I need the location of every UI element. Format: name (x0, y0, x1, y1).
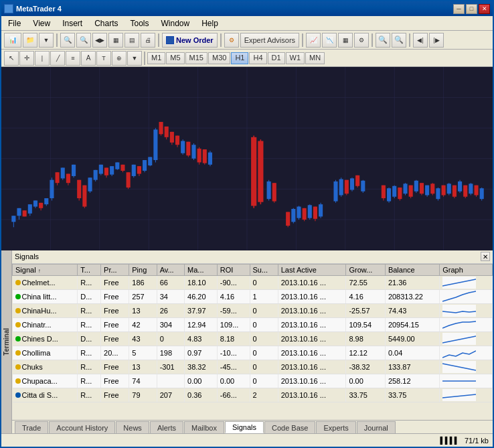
tab-signals[interactable]: Signals (225, 421, 264, 433)
save-button[interactable]: ▼ (39, 33, 54, 48)
mini-chart (442, 347, 476, 359)
table-row[interactable]: Chinatr... R... Free 42 304 12.94 109...… (13, 317, 493, 331)
menu-help[interactable]: Help (196, 17, 224, 29)
label-button[interactable]: T (96, 51, 111, 66)
table-row[interactable]: Chollima R... 20... 5 198 0.97 -10... 0 … (13, 346, 493, 360)
table-row[interactable]: Chuks R... Free 13 -301 38.32 -45... 0 2… (13, 360, 493, 374)
tab-mailbox[interactable]: Mailbox (184, 421, 224, 433)
cell-balance: 33.75 (385, 388, 439, 402)
menu-charts[interactable]: Charts (89, 17, 123, 29)
menu-tools[interactable]: Tools (125, 17, 155, 29)
col-balance[interactable]: Balance (385, 264, 439, 275)
col-ping[interactable]: Ping (129, 264, 157, 275)
menu-file[interactable]: File (3, 17, 26, 29)
new-chart-button[interactable]: 📊 (4, 33, 21, 48)
tab-journal[interactable]: Journal (357, 421, 396, 433)
properties-button[interactable]: ⚙ (354, 33, 369, 48)
vertical-line-button[interactable]: | (35, 51, 50, 66)
table-row[interactable]: Chupaca... R... Free 74 0.00 0.00 0 2013… (13, 374, 493, 388)
signal-dot (15, 350, 21, 356)
col-graph[interactable]: Graph (440, 264, 493, 275)
table-row[interactable]: ChinaHu... R... Free 13 26 37.97 -59... … (13, 303, 493, 317)
col-av[interactable]: Av... (157, 264, 184, 275)
tab-experts[interactable]: Experts (316, 421, 355, 433)
cell-signal: Chelmet... (13, 275, 78, 289)
line-tool-button[interactable]: ╱ (50, 51, 65, 66)
table-row[interactable]: China litt... D... Free 257 34 46.20 4.1… (13, 289, 493, 303)
cell-signal: Chines D... (13, 331, 78, 346)
signal-dot (15, 336, 21, 342)
cell-su: 0 (250, 331, 278, 346)
tf-h1[interactable]: H1 (231, 52, 248, 64)
cell-grow: 12.12 (346, 346, 385, 360)
template-button[interactable]: ▤ (125, 33, 139, 48)
svg-rect-26 (39, 203, 43, 208)
table-row[interactable]: Citta di S... R... Free 79 207 0.36 -66.… (13, 388, 493, 402)
magnify-button2[interactable]: 🔍 (392, 33, 406, 48)
tf-w1[interactable]: W1 (286, 52, 305, 64)
expert-advisors-button[interactable]: Expert Advisors (240, 33, 299, 48)
col-ma[interactable]: Ma... (185, 264, 218, 275)
zoom-in-button[interactable]: 🔍 (76, 33, 91, 48)
chart-area[interactable] (1, 67, 493, 250)
svg-rect-140 (425, 185, 429, 196)
minimize-button[interactable]: ─ (453, 4, 465, 14)
line-button[interactable]: 📉 (322, 33, 337, 48)
print-button[interactable]: 🖨 (141, 33, 155, 48)
signals-close-button[interactable]: ✕ (481, 252, 490, 261)
arrow-button[interactable]: ⊕ (112, 51, 127, 66)
tab-account-history[interactable]: Account History (49, 421, 115, 433)
menu-view[interactable]: View (27, 17, 56, 29)
tf-mn[interactable]: MN (305, 52, 325, 64)
col-type[interactable]: T... (78, 264, 101, 275)
signal-dot (15, 308, 21, 313)
scroll-left-button[interactable]: ◀| (413, 33, 428, 48)
cursor-button[interactable]: ↖ (4, 51, 19, 66)
fib-button[interactable]: ▼ (127, 51, 142, 66)
col-signal[interactable]: Signal ↑ (13, 264, 78, 275)
tab-trade[interactable]: Trade (15, 421, 48, 433)
col-last-active[interactable]: Last Active (278, 264, 346, 275)
indicator-button[interactable]: 📈 (306, 33, 321, 48)
candlestick-chart (1, 67, 493, 250)
crosshair-button[interactable]: ✛ (19, 51, 34, 66)
maximize-button[interactable]: □ (466, 4, 477, 14)
tf-m1[interactable]: M1 (147, 52, 165, 64)
zoom-out-button[interactable]: 🔍 (60, 33, 75, 48)
close-button[interactable]: ✕ (479, 4, 490, 14)
menu-window[interactable]: Window (156, 17, 195, 29)
tab-news[interactable]: News (116, 421, 149, 433)
scroll-right-button[interactable]: |▶ (429, 33, 444, 48)
tf-d1[interactable]: D1 (268, 52, 285, 64)
text-button[interactable]: A (81, 51, 96, 66)
svg-rect-96 (272, 183, 276, 201)
cell-roi: -45... (217, 360, 250, 374)
table-row[interactable]: Chines D... D... Free 43 0 4.83 8.18 0 2… (13, 331, 493, 346)
open-button[interactable]: 📁 (23, 33, 37, 48)
sep6 (409, 33, 410, 47)
col-roi[interactable]: ROI (217, 264, 250, 275)
chart-scroll-button[interactable]: ◀▶ (92, 33, 107, 48)
tf-m15[interactable]: M15 (185, 52, 208, 64)
table-row[interactable]: Chelmet... R... Free 186 66 18.10 -90...… (13, 275, 493, 289)
mini-chart (442, 389, 476, 401)
svg-rect-154 (463, 185, 467, 197)
terminal-tab-side[interactable]: Terminal (1, 250, 12, 434)
tf-m30[interactable]: M30 (208, 52, 230, 64)
histogram-button[interactable]: ▦ (338, 33, 353, 48)
col-grow[interactable]: Grow... (346, 264, 385, 275)
svg-rect-78 (181, 141, 185, 153)
cell-graph (440, 346, 493, 360)
channels-button[interactable]: ≡ (66, 51, 80, 66)
magnify-button1[interactable]: 🔍 (376, 33, 390, 48)
tab-code-base[interactable]: Code Base (264, 421, 315, 433)
new-order-button[interactable]: New Order (162, 33, 218, 48)
menu-insert[interactable]: Insert (57, 17, 88, 29)
tf-m5[interactable]: M5 (166, 52, 184, 64)
col-su[interactable]: Su... (250, 264, 278, 275)
tf-h4[interactable]: H4 (249, 52, 266, 64)
col-price[interactable]: Pr... (101, 264, 129, 275)
signals-table-container[interactable]: Signal ↑ T... Pr... Ping Av... Ma... ROI… (12, 264, 493, 421)
period-button[interactable]: ▦ (108, 33, 123, 48)
tab-alerts[interactable]: Alerts (150, 421, 183, 433)
